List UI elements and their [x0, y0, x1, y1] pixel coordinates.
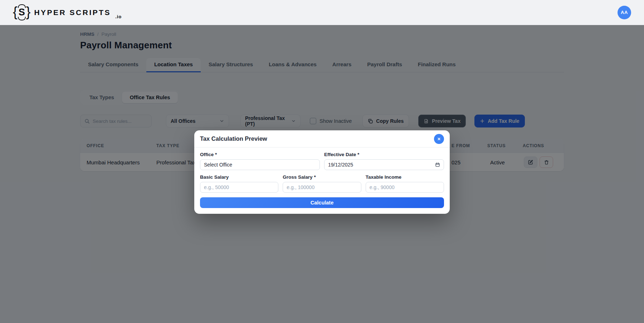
gross-salary-input[interactable] [283, 182, 361, 193]
effective-date-field-group: Effective Date * 19/12/2025 [324, 152, 444, 170]
top-header: {S} HYPER SCRIPTS .io AA [0, 0, 644, 25]
effective-date-value: 19/12/2025 [328, 162, 353, 168]
taxable-income-input[interactable] [366, 182, 444, 193]
close-icon[interactable]: × [434, 134, 444, 144]
office-field-group: Office * Select Office [200, 152, 320, 170]
calculate-button[interactable]: Calculate [200, 197, 444, 208]
taxable-income-field-group: Taxable Income [366, 174, 444, 193]
basic-salary-field-group: Basic Salary [200, 174, 278, 193]
basic-salary-input[interactable] [200, 182, 278, 193]
gross-salary-label: Gross Salary * [283, 174, 361, 180]
modal-header: Tax Calculation Preview × [194, 130, 450, 148]
tax-calculation-preview-modal: Tax Calculation Preview × Office * Selec… [194, 130, 450, 214]
brand-name: HYPER SCRIPTS [34, 8, 111, 17]
brand-suffix: .io [115, 14, 122, 19]
gross-salary-field-group: Gross Salary * [283, 174, 361, 193]
modal-body: Office * Select Office Effective Date * … [194, 148, 450, 214]
effective-date-label: Effective Date * [324, 152, 444, 157]
office-select-value: Select Office [204, 162, 232, 168]
user-avatar[interactable]: AA [618, 6, 631, 19]
brand-logo: {S} HYPER SCRIPTS .io [13, 6, 122, 19]
office-select[interactable]: Select Office [200, 159, 320, 170]
app-root: {S} HYPER SCRIPTS .io AA HRMS / Payroll … [0, 0, 644, 323]
basic-salary-label: Basic Salary [200, 174, 278, 180]
brand-emblem-icon: {S} [13, 6, 30, 19]
office-label: Office * [200, 152, 320, 157]
modal-title: Tax Calculation Preview [200, 135, 267, 142]
calendar-icon [435, 162, 440, 167]
taxable-income-label: Taxable Income [366, 174, 444, 180]
effective-date-input[interactable]: 19/12/2025 [324, 159, 444, 170]
